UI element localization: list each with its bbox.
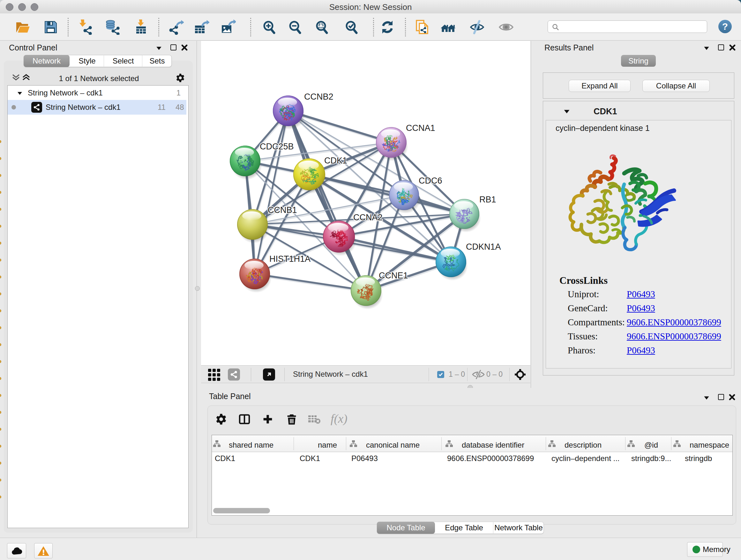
svg-text:CCNE1: CCNE1: [379, 271, 408, 280]
svg-text:HIST1H1A: HIST1H1A: [269, 254, 311, 264]
svg-text:CDK1: CDK1: [324, 156, 347, 165]
svg-text:CDKN1A: CDKN1A: [466, 242, 501, 252]
svg-text:CDC6: CDC6: [419, 176, 442, 186]
svg-text:RB1: RB1: [479, 195, 496, 204]
svg-text:CCNB2: CCNB2: [304, 92, 333, 102]
svg-text:CCNB1: CCNB1: [268, 205, 297, 215]
svg-text:CCNA1: CCNA1: [406, 123, 435, 133]
svg-text:CDC25B: CDC25B: [260, 142, 294, 151]
svg-text:CCNA2: CCNA2: [353, 212, 383, 222]
